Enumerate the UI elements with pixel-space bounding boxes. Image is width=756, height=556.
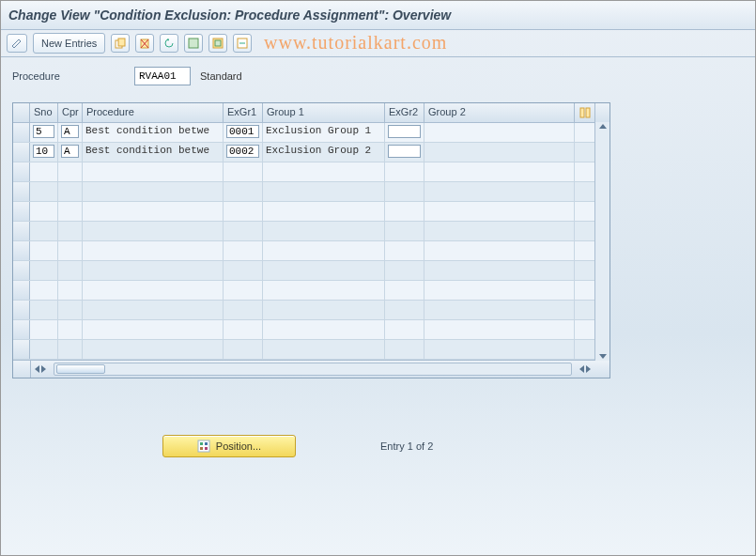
cell-empty[interactable] xyxy=(58,281,83,300)
row-selector[interactable] xyxy=(13,320,30,339)
cell-sno[interactable] xyxy=(30,143,58,162)
col-exgr1[interactable]: ExGr1 xyxy=(224,103,263,122)
cell-empty[interactable] xyxy=(58,320,83,339)
cell-empty[interactable] xyxy=(30,182,58,201)
scroll-left-start-icon[interactable] xyxy=(35,365,39,373)
cell-empty[interactable] xyxy=(30,241,58,260)
cell-empty[interactable] xyxy=(224,340,263,359)
cell-empty[interactable] xyxy=(424,222,575,240)
cell-empty[interactable] xyxy=(224,320,263,339)
cell-exgr1-input[interactable] xyxy=(226,125,259,138)
cell-empty[interactable] xyxy=(30,162,58,181)
vertical-scrollbar[interactable] xyxy=(594,122,609,361)
row-selector[interactable] xyxy=(13,143,30,162)
cell-empty[interactable] xyxy=(224,202,263,221)
cell-empty[interactable] xyxy=(83,261,224,280)
cell-empty[interactable] xyxy=(263,162,385,181)
cell-cpr-input[interactable] xyxy=(61,145,79,158)
col-procedure[interactable]: Procedure xyxy=(83,103,224,122)
select-all-icon[interactable] xyxy=(184,34,203,53)
cell-empty[interactable] xyxy=(385,261,424,280)
cell-empty[interactable] xyxy=(424,182,575,201)
procedure-code-field[interactable] xyxy=(134,67,191,85)
cell-empty[interactable] xyxy=(224,222,263,240)
cell-empty[interactable] xyxy=(385,162,424,181)
cell-empty[interactable] xyxy=(263,182,385,201)
cell-empty[interactable] xyxy=(424,281,575,300)
scroll-down-icon[interactable] xyxy=(599,354,607,359)
col-group1[interactable]: Group 1 xyxy=(263,103,385,122)
row-selector[interactable] xyxy=(13,261,30,280)
row-selector[interactable] xyxy=(13,123,30,142)
cell-empty[interactable] xyxy=(58,162,83,181)
configure-columns-icon[interactable] xyxy=(575,103,595,122)
row-selector[interactable] xyxy=(13,162,30,181)
table-row[interactable]: Best condition betweExclusion Group 2 xyxy=(13,143,609,162)
cell-empty[interactable] xyxy=(58,340,83,359)
cell-empty[interactable] xyxy=(30,281,58,300)
cell-cpr-input[interactable] xyxy=(61,125,79,138)
select-block-icon[interactable] xyxy=(208,34,227,53)
col-exgr2[interactable]: ExGr2 xyxy=(385,103,424,122)
cell-empty[interactable] xyxy=(385,241,424,260)
horizontal-scrollbar[interactable] xyxy=(54,363,572,376)
scroll-right-step-icon[interactable] xyxy=(41,365,46,373)
cell-exgr1[interactable] xyxy=(224,143,263,162)
cell-empty[interactable] xyxy=(30,261,58,280)
row-selector[interactable] xyxy=(13,202,30,221)
cell-empty[interactable] xyxy=(424,261,575,280)
cell-empty[interactable] xyxy=(224,261,263,280)
cell-empty[interactable] xyxy=(30,320,58,339)
cell-exgr2-input[interactable] xyxy=(388,145,421,158)
row-selector[interactable] xyxy=(13,301,30,319)
deselect-all-icon[interactable] xyxy=(233,34,252,53)
cell-empty[interactable] xyxy=(30,202,58,221)
row-selector[interactable] xyxy=(13,340,30,359)
copy-icon[interactable] xyxy=(111,34,130,53)
table-row-empty[interactable] xyxy=(13,301,609,320)
toggle-edit-icon[interactable] xyxy=(7,34,27,53)
table-row[interactable]: Best condition betweExclusion Group 1 xyxy=(13,123,609,143)
cell-sno-input[interactable] xyxy=(33,125,54,138)
scroll-right-end-icon[interactable] xyxy=(586,365,591,373)
row-selector[interactable] xyxy=(13,241,30,260)
cell-exgr1[interactable] xyxy=(224,123,263,142)
cell-empty[interactable] xyxy=(263,241,385,260)
cell-empty[interactable] xyxy=(385,340,424,359)
cell-empty[interactable] xyxy=(263,340,385,359)
cell-empty[interactable] xyxy=(424,241,575,260)
cell-exgr1-input[interactable] xyxy=(226,145,259,158)
delete-icon[interactable] xyxy=(135,34,154,53)
cell-empty[interactable] xyxy=(385,281,424,300)
cell-empty[interactable] xyxy=(224,301,263,319)
table-row-empty[interactable] xyxy=(13,261,609,281)
cell-empty[interactable] xyxy=(58,222,83,240)
cell-empty[interactable] xyxy=(385,202,424,221)
cell-empty[interactable] xyxy=(83,301,224,319)
table-row-empty[interactable] xyxy=(13,241,609,261)
cell-empty[interactable] xyxy=(83,182,224,201)
cell-empty[interactable] xyxy=(30,301,58,319)
table-row-empty[interactable] xyxy=(13,340,609,360)
col-group2[interactable]: Group 2 xyxy=(424,103,575,122)
cell-sno-input[interactable] xyxy=(33,145,54,158)
row-selector[interactable] xyxy=(13,182,30,201)
cell-empty[interactable] xyxy=(424,202,575,221)
table-row-empty[interactable] xyxy=(13,182,609,202)
col-sno[interactable]: Sno xyxy=(30,103,58,122)
cell-cpr[interactable] xyxy=(58,143,83,162)
row-selector[interactable] xyxy=(13,281,30,300)
table-row-empty[interactable] xyxy=(13,320,609,340)
cell-exgr2[interactable] xyxy=(385,143,424,162)
position-button[interactable]: Position... xyxy=(162,435,296,457)
cell-empty[interactable] xyxy=(263,320,385,339)
cell-empty[interactable] xyxy=(83,202,224,221)
cell-empty[interactable] xyxy=(263,261,385,280)
cell-sno[interactable] xyxy=(30,123,58,142)
cell-empty[interactable] xyxy=(385,182,424,201)
cell-empty[interactable] xyxy=(263,301,385,319)
row-selector[interactable] xyxy=(13,222,30,240)
cell-empty[interactable] xyxy=(58,182,83,201)
cell-exgr2-input[interactable] xyxy=(388,125,421,138)
cell-empty[interactable] xyxy=(30,340,58,359)
